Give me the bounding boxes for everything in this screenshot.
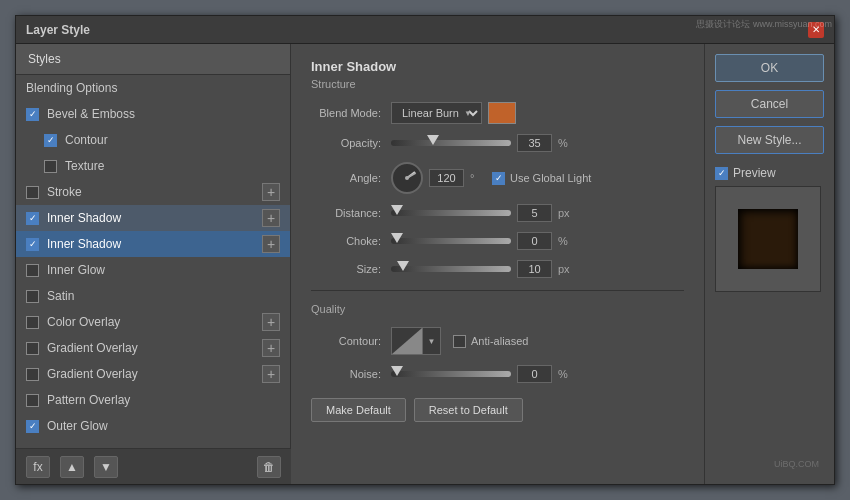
angle-dial[interactable] (391, 162, 423, 194)
sidebar-item-inner-shadow-1[interactable]: Inner Shadow + (16, 205, 290, 231)
reset-default-button[interactable]: Reset to Default (414, 398, 523, 422)
svg-point-1 (405, 176, 409, 180)
size-label: Size: (311, 263, 391, 275)
outer-glow-label: Outer Glow (47, 419, 108, 433)
ok-button[interactable]: OK (715, 54, 824, 82)
texture-checkbox[interactable] (44, 160, 57, 173)
inner-glow-checkbox[interactable] (26, 264, 39, 277)
up-arrow-icon: ▲ (66, 460, 78, 474)
blend-mode-wrapper: Linear Burn Normal Multiply Screen Overl… (391, 102, 516, 124)
outer-glow-checkbox[interactable] (26, 420, 39, 433)
choke-slider-thumb[interactable] (391, 233, 403, 243)
stroke-checkbox[interactable] (26, 186, 39, 199)
noise-input[interactable] (517, 365, 552, 383)
inner-shadow-2-add-button[interactable]: + (262, 235, 280, 253)
size-unit: px (558, 263, 574, 275)
bevel-emboss-checkbox[interactable] (26, 108, 39, 121)
contour-dropdown-button[interactable]: ▼ (423, 327, 441, 355)
gradient-overlay-2-label: Gradient Overlay (47, 367, 138, 381)
preview-canvas (715, 186, 821, 292)
opacity-slider-track[interactable] (391, 140, 511, 146)
inner-shadow-2-label: Inner Shadow (47, 237, 121, 251)
sidebar-item-blending-options[interactable]: Blending Options (16, 75, 290, 101)
preview-checkbox[interactable] (715, 167, 728, 180)
blend-mode-select[interactable]: Linear Burn Normal Multiply Screen Overl… (391, 102, 482, 124)
anti-aliased-checkbox[interactable] (453, 335, 466, 348)
trash-icon: 🗑 (263, 460, 275, 474)
gradient-overlay-2-checkbox[interactable] (26, 368, 39, 381)
sidebar-item-satin[interactable]: Satin (16, 283, 290, 309)
color-overlay-checkbox[interactable] (26, 316, 39, 329)
divider (311, 290, 684, 291)
distance-slider-thumb[interactable] (391, 205, 403, 215)
svg-marker-2 (392, 328, 422, 354)
gradient-overlay-1-add-button[interactable]: + (262, 339, 280, 357)
opacity-slider-thumb[interactable] (427, 135, 439, 145)
move-down-button[interactable]: ▼ (94, 456, 118, 478)
bottom-bar: fx ▲ ▼ 🗑 (16, 448, 291, 484)
pattern-overlay-checkbox[interactable] (26, 394, 39, 407)
use-global-light-checkbox[interactable] (492, 172, 505, 185)
angle-controls: ° Use Global Light (391, 162, 684, 194)
use-global-light-label[interactable]: Use Global Light (492, 172, 591, 185)
noise-slider-track[interactable] (391, 371, 511, 377)
styles-header: Styles (16, 44, 290, 75)
size-slider-track[interactable] (391, 266, 511, 272)
gradient-overlay-1-checkbox[interactable] (26, 342, 39, 355)
opacity-slider-container: % (391, 134, 684, 152)
delete-button[interactable]: 🗑 (257, 456, 281, 478)
sidebar-item-contour[interactable]: Contour (16, 127, 290, 153)
preview-inner (738, 209, 798, 269)
new-style-button[interactable]: New Style... (715, 126, 824, 154)
inner-shadow-1-add-button[interactable]: + (262, 209, 280, 227)
contour-preview[interactable] (391, 327, 423, 355)
stroke-add-button[interactable]: + (262, 183, 280, 201)
angle-input[interactable] (429, 169, 464, 187)
gradient-overlay-2-add-button[interactable]: + (262, 365, 280, 383)
quality-label: Quality (311, 303, 684, 315)
color-overlay-add-button[interactable]: + (262, 313, 280, 331)
dialog-body: Styles Blending Options Bevel & Emboss C… (16, 44, 834, 484)
sidebar-item-texture[interactable]: Texture (16, 153, 290, 179)
distance-slider-track[interactable] (391, 210, 511, 216)
inner-shadow-1-checkbox[interactable] (26, 212, 39, 225)
sidebar-item-inner-glow[interactable]: Inner Glow (16, 257, 290, 283)
shadow-color-swatch[interactable] (488, 102, 516, 124)
anti-aliased-label[interactable]: Anti-aliased (453, 335, 528, 348)
cancel-button[interactable]: Cancel (715, 90, 824, 118)
contour-row: Contour: ▼ Anti-aliased (311, 327, 684, 355)
opacity-input[interactable] (517, 134, 552, 152)
contour-select-wrapper: ▼ (391, 327, 441, 355)
satin-checkbox[interactable] (26, 290, 39, 303)
angle-label: Angle: (311, 172, 391, 184)
make-default-button[interactable]: Make Default (311, 398, 406, 422)
sidebar-item-stroke[interactable]: Stroke + (16, 179, 290, 205)
contour-checkbox[interactable] (44, 134, 57, 147)
preview-label-row: Preview (715, 166, 776, 180)
sidebar-item-inner-shadow-2[interactable]: Inner Shadow + (16, 231, 290, 257)
size-input[interactable] (517, 260, 552, 278)
opacity-unit: % (558, 137, 574, 149)
contour-label: Contour: (311, 335, 391, 347)
sidebar-item-color-overlay[interactable]: Color Overlay + (16, 309, 290, 335)
sidebar-item-gradient-overlay-2[interactable]: Gradient Overlay + (16, 361, 290, 387)
inner-shadow-2-checkbox[interactable] (26, 238, 39, 251)
sidebar-item-gradient-overlay-1[interactable]: Gradient Overlay + (16, 335, 290, 361)
sidebar-item-bevel-emboss[interactable]: Bevel & Emboss (16, 101, 290, 127)
choke-slider-track[interactable] (391, 238, 511, 244)
blend-mode-row: Blend Mode: Linear Burn Normal Multiply … (311, 102, 684, 124)
noise-unit: % (558, 368, 574, 380)
choke-row: Choke: % (311, 232, 684, 250)
section-title: Inner Shadow (311, 59, 684, 74)
fx-button[interactable]: fx (26, 456, 50, 478)
noise-slider-thumb[interactable] (391, 366, 403, 376)
distance-label: Distance: (311, 207, 391, 219)
angle-unit: ° (470, 172, 486, 184)
choke-input[interactable] (517, 232, 552, 250)
move-up-button[interactable]: ▲ (60, 456, 84, 478)
size-slider-thumb[interactable] (397, 261, 409, 271)
layer-style-dialog: Layer Style ✕ Styles Blending Options Be… (15, 15, 835, 485)
sidebar-item-pattern-overlay[interactable]: Pattern Overlay (16, 387, 290, 413)
sidebar-item-outer-glow[interactable]: Outer Glow (16, 413, 290, 439)
distance-input[interactable] (517, 204, 552, 222)
